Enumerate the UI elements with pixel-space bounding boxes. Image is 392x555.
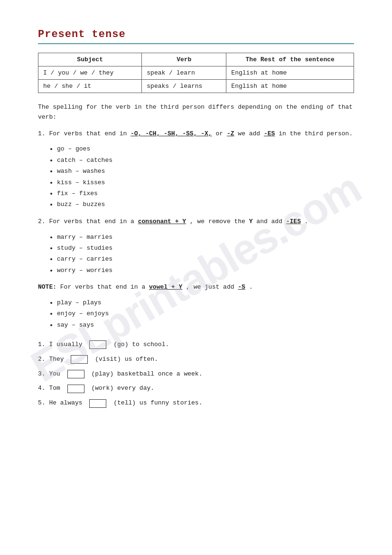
exercise-hint-4: (work) every day.: [88, 384, 154, 394]
exercise-hint-2: (visit) us often.: [91, 355, 158, 365]
rule-2-text-before: For verbs that end in a: [49, 218, 138, 225]
list-item: marry – marries: [57, 232, 354, 243]
table-row: he / she / it speaks / learns English at…: [38, 80, 354, 93]
exercise-number-4: 4. Tom: [38, 384, 64, 394]
list-item: go – goes: [57, 143, 354, 154]
col-rest: The Rest of the sentence: [226, 53, 354, 66]
rule-1-text-end: in the third person.: [279, 130, 353, 137]
list-item: wash – washes: [57, 166, 354, 177]
list-item: kiss – kisses: [57, 177, 354, 188]
cell-verb-1: speak / learn: [142, 66, 226, 80]
note-section: NOTE: For verbs that end in a vowel + Y …: [38, 282, 354, 330]
exercise-number-2: 2. They: [38, 355, 67, 365]
list-item: study – studies: [57, 243, 354, 254]
rule-2-examples: marry – marries study – studies carry – …: [57, 232, 354, 276]
rule-1-number: 1.: [38, 130, 49, 137]
list-item: carry – carries: [57, 254, 354, 264]
page-title: Present tense: [38, 28, 354, 40]
rule-1-text-mid: or: [216, 130, 227, 137]
cell-subject-2: he / she / it: [38, 80, 142, 93]
rule-1-text-before: For verbs that end in: [49, 130, 131, 137]
note-highlight: -S: [238, 283, 245, 291]
title-divider: [38, 43, 354, 44]
rule-1-section: 1. For verbs that end in -O, -CH, -SH, -…: [38, 129, 354, 210]
exercise-item-1: 1. I usually (go) to school.: [38, 340, 354, 350]
rule-2-text-end: .: [305, 218, 308, 225]
cell-verb-2: speaks / learns: [142, 80, 226, 93]
list-item: catch – catches: [57, 155, 354, 166]
list-item: worry – worries: [57, 265, 354, 276]
rule-1-text-after: we add: [238, 130, 264, 137]
exercise-number-3: 3. You: [38, 369, 64, 379]
rule-1-highlight: -O, -CH, -SH, -SS, -X,: [131, 130, 212, 137]
note-bold1: vowel + Y: [149, 283, 182, 291]
intro-text: The spelling for the verb in the third p…: [38, 103, 354, 122]
list-item: enjoy – enjoys: [57, 308, 354, 319]
exercise-item-2: 2. They (visit) us often.: [38, 355, 354, 365]
cell-rest-2: English at home: [226, 80, 354, 93]
list-item: play – plays: [57, 297, 354, 308]
rule-2-bold2: Y: [249, 218, 253, 225]
answer-box-5[interactable]: [89, 399, 106, 408]
exercise-hint-5: (tell) us funny stories.: [110, 398, 202, 408]
list-item: buzz – buzzes: [57, 199, 354, 210]
exercise-item-3: 3. You (play) basketball once a week.: [38, 369, 354, 379]
rule-1-highlight2: -Z: [227, 130, 234, 137]
rule-2-highlight: -IES: [286, 218, 301, 225]
rule-2-bold1: consonant + Y: [138, 218, 186, 225]
exercise-hint-3: (play) basketball once a week.: [88, 369, 203, 379]
note-text-end: .: [249, 283, 253, 291]
exercise-item-4: 4. Tom (work) every day.: [38, 384, 354, 394]
cell-rest-1: English at home: [226, 66, 354, 80]
grammar-table: Subject Verb The Rest of the sentence I …: [38, 53, 354, 93]
table-row: I / you / we / they speak / learn Englis…: [38, 66, 354, 80]
answer-box-4[interactable]: [67, 385, 84, 393]
answer-box-2[interactable]: [71, 355, 88, 364]
rule-2-section: 2. For verbs that end in a consonant + Y…: [38, 217, 354, 276]
answer-box-3[interactable]: [67, 370, 84, 378]
note-text-after: , we just add: [186, 283, 238, 291]
rule-2-text-mid: , we remove the: [190, 218, 249, 225]
cell-subject-1: I / you / we / they: [38, 66, 142, 80]
note-text-before: For verbs that end in a: [60, 283, 149, 291]
col-verb: Verb: [142, 53, 226, 66]
col-subject: Subject: [38, 53, 142, 66]
rule-2-number: 2.: [38, 218, 49, 225]
rule-2-text-after: and add: [256, 218, 286, 225]
exercise-hint-1: (go) to school.: [110, 340, 169, 350]
rule-2-heading: 2. For verbs that end in a consonant + Y…: [38, 217, 354, 227]
answer-box-1[interactable]: [89, 340, 106, 349]
rule-1-highlight3: -ES: [264, 130, 275, 137]
list-item: fix – fixes: [57, 188, 354, 199]
rule-1-heading: 1. For verbs that end in -O, -CH, -SH, -…: [38, 129, 354, 139]
rule-1-examples: go – goes catch – catches wash – washes …: [57, 143, 354, 210]
exercise-item-5: 5. He always (tell) us funny stories.: [38, 398, 354, 408]
list-item: say – says: [57, 320, 354, 330]
note-examples: play – plays enjoy – enjoys say – says: [57, 297, 354, 330]
exercise-number-5: 5. He always: [38, 398, 86, 408]
note-label: NOTE:: [38, 283, 60, 291]
exercise-section: 1. I usually (go) to school. 2. They (vi…: [38, 340, 354, 408]
exercise-number-1: 1. I usually: [38, 340, 86, 350]
note-heading: NOTE: For verbs that end in a vowel + Y …: [38, 282, 354, 292]
